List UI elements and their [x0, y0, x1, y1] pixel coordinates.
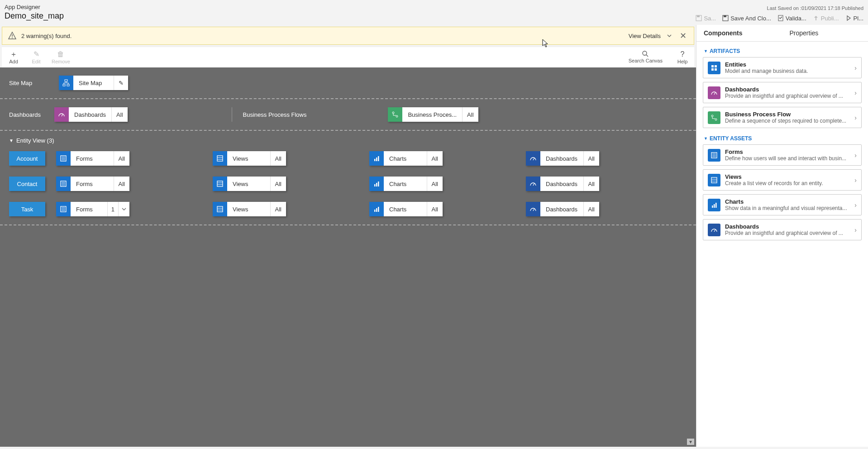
svg-line-51 [533, 209, 534, 211]
panel-tabs: Components Properties [696, 25, 868, 42]
asset-tile-forms[interactable]: Forms1 [56, 202, 129, 216]
svg-rect-37 [374, 184, 376, 186]
sitemap-tile[interactable]: Site Map ✎ [59, 76, 128, 90]
component-card-entities[interactable]: Entities Model and manage business data.… [703, 57, 862, 78]
list-icon [213, 177, 227, 191]
sitemap-edit-button[interactable]: ✎ [114, 76, 128, 90]
bpf-all-button[interactable]: All [463, 107, 478, 122]
view-details-link[interactable]: View Details [629, 33, 661, 39]
publish-button[interactable]: Publi... [813, 15, 839, 22]
add-button[interactable]: ＋ Add [6, 50, 21, 64]
asset-all-button[interactable]: All [427, 151, 443, 166]
component-desc: Show data in a meaningful and visual rep… [725, 205, 850, 211]
asset-tile-forms[interactable]: FormsAll [56, 177, 129, 191]
svg-point-18 [396, 115, 398, 117]
pencil-icon: ✎ [33, 50, 39, 58]
asset-tile-charts[interactable]: ChartsAll [369, 202, 443, 216]
list-icon [213, 151, 227, 166]
gauge-icon [526, 202, 540, 216]
asset-label: Forms [71, 177, 114, 191]
asset-all-button[interactable]: All [427, 177, 443, 191]
save-and-close-button[interactable]: Save And Clo... [722, 15, 771, 22]
gauge-icon [708, 224, 720, 236]
svg-point-17 [392, 112, 394, 114]
entity-view-header[interactable]: ▼ Entity View (3) [0, 131, 696, 146]
asset-tile-views[interactable]: ViewsAll [213, 202, 286, 216]
component-desc: Provide an insightful and graphical over… [725, 230, 850, 236]
asset-tile-views[interactable]: ViewsAll [213, 151, 286, 166]
chart-icon [708, 199, 720, 211]
play-icon [845, 15, 852, 21]
entity-row: Account FormsAll ViewsAll ChartsAll Dash… [0, 146, 696, 171]
svg-point-7 [643, 51, 647, 55]
dashboards-all-button[interactable]: All [112, 107, 127, 122]
component-card-dashboards[interactable]: Dashboards Provide an insightful and gra… [703, 219, 862, 240]
asset-all-button[interactable]: All [584, 177, 599, 191]
component-card-forms[interactable]: Forms Define how users will see and inte… [703, 144, 862, 166]
section-entity-assets[interactable]: ▼ ENTITY ASSETS [703, 132, 862, 144]
asset-tile-forms[interactable]: FormsAll [56, 151, 129, 166]
asset-all-button[interactable]: All [584, 202, 599, 216]
tab-properties[interactable]: Properties [782, 25, 868, 41]
dashboards-tile[interactable]: Dashboards All [54, 107, 128, 122]
asset-label: Forms [71, 202, 108, 216]
svg-point-6 [12, 38, 13, 38]
component-title: Business Process Flow [725, 111, 850, 118]
asset-all-button[interactable]: All [271, 151, 286, 166]
section-artifacts[interactable]: ▼ ARTIFACTS [703, 44, 862, 57]
remove-button[interactable]: 🗑 Remove [52, 50, 70, 64]
component-card-views[interactable]: Views Create a list view of records for … [703, 169, 862, 191]
component-card-charts[interactable]: Charts Show data in a meaningful and vis… [703, 194, 862, 215]
asset-label: Views [227, 151, 271, 166]
asset-all-button[interactable]: All [584, 151, 599, 166]
chevron-down-icon[interactable] [666, 33, 672, 39]
asset-tile-charts[interactable]: ChartsAll [369, 151, 443, 166]
save-button[interactable]: Sa... [696, 15, 716, 22]
entity-button-contact[interactable]: Contact [9, 177, 45, 191]
asset-tile-dashboards[interactable]: DashboardsAll [526, 151, 599, 166]
save-icon [696, 15, 702, 21]
svg-rect-67 [714, 204, 715, 208]
bpf-tile[interactable]: Business Proces... All [388, 107, 478, 122]
asset-all-button[interactable]: All [271, 202, 286, 216]
search-canvas-button[interactable]: Search Canvas [629, 50, 663, 64]
asset-all-button[interactable]: All [114, 177, 129, 191]
entity-button-account[interactable]: Account [9, 151, 45, 166]
svg-rect-55 [715, 68, 717, 71]
asset-all-button[interactable]: All [114, 151, 129, 166]
entity-button-task[interactable]: Task [9, 202, 45, 216]
component-title: Dashboards [725, 86, 850, 93]
asset-label: Dashboards [540, 151, 584, 166]
asset-all-button[interactable]: All [271, 177, 286, 191]
component-title: Charts [725, 198, 850, 205]
component-card-business-process-flow[interactable]: Business Process Flow Define a sequence … [703, 107, 862, 128]
asset-tile-dashboards[interactable]: DashboardsAll [526, 177, 599, 191]
svg-line-56 [714, 92, 715, 95]
app-name: Demo_site_map [5, 11, 64, 21]
asset-tile-views[interactable]: ViewsAll [213, 177, 286, 191]
tab-components[interactable]: Components [696, 25, 782, 41]
component-desc: Define a sequence of steps required to c… [725, 118, 850, 124]
asset-tile-dashboards[interactable]: DashboardsAll [526, 202, 599, 216]
close-warning-button[interactable]: ✕ [678, 31, 688, 41]
component-desc: Model and manage business data. [725, 68, 850, 74]
flow-icon [708, 111, 720, 124]
edit-button[interactable]: ✎ Edit [29, 50, 43, 64]
chevron-right-icon: › [854, 226, 857, 234]
asset-all-button[interactable]: All [427, 202, 443, 216]
svg-rect-50 [378, 207, 379, 212]
form-icon [708, 149, 720, 162]
chevron-right-icon: › [854, 64, 857, 72]
validate-button[interactable]: Valida... [777, 15, 806, 22]
play-button[interactable]: Pl... [845, 15, 863, 22]
entity-row: Task Forms1 ViewsAll ChartsAll Dashboard… [0, 196, 696, 222]
search-icon [642, 50, 649, 57]
component-card-dashboards[interactable]: Dashboards Provide an insightful and gra… [703, 82, 862, 103]
chevron-down-icon[interactable] [119, 206, 129, 212]
svg-rect-10 [63, 84, 65, 86]
form-icon [56, 202, 71, 216]
help-button[interactable]: ? Help [675, 50, 690, 64]
asset-tile-charts[interactable]: ChartsAll [369, 177, 443, 191]
entity-row: Contact FormsAll ViewsAll ChartsAll Dash… [0, 171, 696, 196]
scroll-down-indicator[interactable]: ▾ [687, 439, 694, 445]
